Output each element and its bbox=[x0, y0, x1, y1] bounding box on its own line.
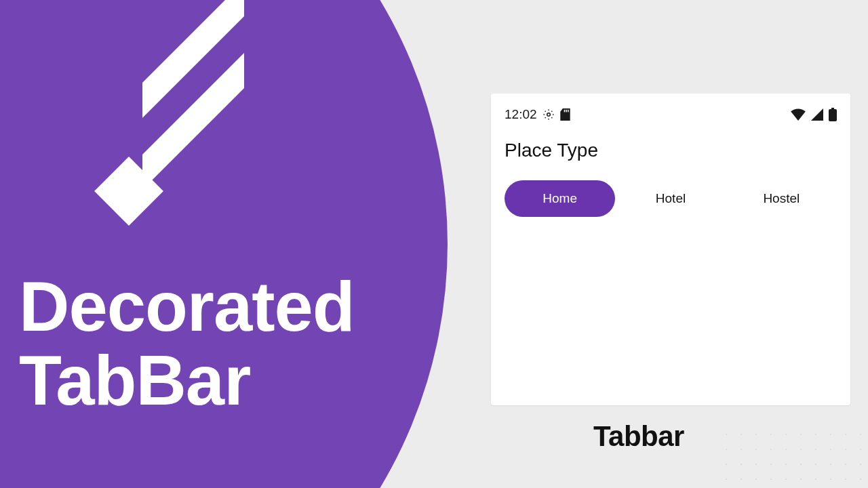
status-bar: 12:02 bbox=[505, 104, 837, 125]
svg-rect-3 bbox=[568, 110, 569, 113]
wifi-icon bbox=[791, 108, 806, 121]
hero-title-line-2: TabBar bbox=[19, 344, 355, 418]
app-preview-card: 12:02 bbox=[491, 94, 850, 405]
cellular-signal-icon bbox=[811, 108, 823, 121]
page-title: Place Type bbox=[505, 140, 837, 161]
svg-rect-2 bbox=[566, 110, 567, 113]
gear-icon bbox=[542, 108, 555, 121]
tab-hostel[interactable]: Hostel bbox=[726, 180, 837, 217]
tab-label: Hotel bbox=[656, 191, 686, 205]
tab-hotel[interactable]: Hotel bbox=[615, 180, 726, 217]
decorative-dot-grid bbox=[712, 420, 868, 488]
battery-icon bbox=[829, 108, 837, 121]
tab-home[interactable]: Home bbox=[505, 180, 615, 217]
svg-rect-4 bbox=[831, 108, 834, 109]
card-caption: Tabbar bbox=[593, 420, 684, 453]
svg-point-0 bbox=[547, 113, 550, 117]
tab-bar: Home Hotel Hostel bbox=[505, 180, 837, 217]
tab-label: Hostel bbox=[763, 191, 800, 205]
hero-title-line-1: Decorated bbox=[19, 270, 355, 344]
sd-card-icon bbox=[560, 108, 570, 121]
svg-rect-1 bbox=[564, 110, 565, 113]
tab-label: Home bbox=[542, 191, 577, 205]
svg-rect-5 bbox=[829, 109, 837, 121]
status-time: 12:02 bbox=[505, 107, 537, 122]
hero-title: Decorated TabBar bbox=[19, 270, 355, 418]
flutter-logo-icon bbox=[81, 47, 258, 224]
